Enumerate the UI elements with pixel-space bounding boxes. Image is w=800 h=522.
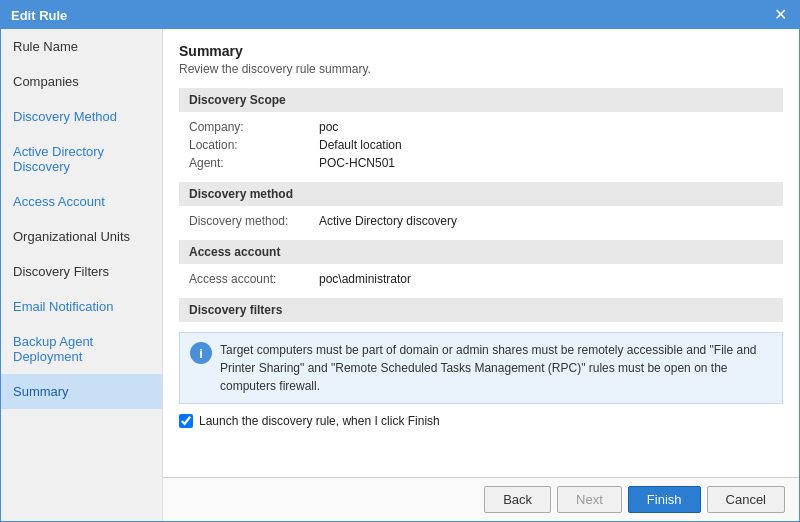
- dialog-title: Edit Rule: [11, 8, 67, 23]
- field-value-company: poc: [319, 120, 338, 134]
- field-label-agent: Agent:: [189, 156, 319, 170]
- field-label-discovery-method: Discovery method:: [189, 214, 319, 228]
- field-value-location: Default location: [319, 138, 402, 152]
- section-header-discovery-scope: Discovery Scope: [179, 88, 783, 112]
- close-button[interactable]: ✕: [772, 7, 789, 23]
- section-body-discovery-scope: Company: poc Location: Default location …: [179, 112, 783, 182]
- next-button[interactable]: Next: [557, 486, 622, 513]
- field-value-access-account: poc\administrator: [319, 272, 411, 286]
- field-label-company: Company:: [189, 120, 319, 134]
- launch-checkbox-row: Launch the discovery rule, when I click …: [179, 410, 783, 432]
- section-discovery-filters: Discovery filters: [179, 298, 783, 322]
- launch-checkbox[interactable]: [179, 414, 193, 428]
- section-discovery-scope: Discovery Scope Company: poc Location: D…: [179, 88, 783, 182]
- field-value-discovery-method: Active Directory discovery: [319, 214, 457, 228]
- section-body-discovery-method: Discovery method: Active Directory disco…: [179, 206, 783, 240]
- launch-checkbox-label[interactable]: Launch the discovery rule, when I click …: [199, 414, 440, 428]
- sidebar-item-email-notification[interactable]: Email Notification: [1, 289, 162, 324]
- sidebar-item-organizational-units[interactable]: Organizational Units: [1, 219, 162, 254]
- page-title: Summary: [179, 43, 783, 59]
- sidebar-item-discovery-method[interactable]: Discovery Method: [1, 99, 162, 134]
- dialog-footer: Back Next Finish Cancel: [163, 477, 799, 521]
- field-agent: Agent: POC-HCN501: [189, 156, 773, 170]
- section-header-access-account: Access account: [179, 240, 783, 264]
- sidebar-item-backup-agent-deployment[interactable]: Backup Agent Deployment: [1, 324, 162, 374]
- field-value-agent: POC-HCN501: [319, 156, 395, 170]
- section-header-discovery-filters: Discovery filters: [179, 298, 783, 322]
- section-access-account: Access account Access account: poc\admin…: [179, 240, 783, 298]
- main-content: Summary Review the discovery rule summar…: [163, 29, 799, 521]
- field-label-location: Location:: [189, 138, 319, 152]
- sidebar-item-active-directory-discovery[interactable]: Active Directory Discovery: [1, 134, 162, 184]
- field-location: Location: Default location: [189, 138, 773, 152]
- dialog-titlebar: Edit Rule ✕: [1, 1, 799, 29]
- sidebar-item-discovery-filters[interactable]: Discovery Filters: [1, 254, 162, 289]
- sidebar-item-rule-name[interactable]: Rule Name: [1, 29, 162, 64]
- finish-button[interactable]: Finish: [628, 486, 701, 513]
- field-discovery-method: Discovery method: Active Directory disco…: [189, 214, 773, 228]
- field-label-access-account: Access account:: [189, 272, 319, 286]
- section-body-access-account: Access account: poc\administrator: [179, 264, 783, 298]
- field-access-account: Access account: poc\administrator: [189, 272, 773, 286]
- section-discovery-method: Discovery method Discovery method: Activ…: [179, 182, 783, 240]
- field-company: Company: poc: [189, 120, 773, 134]
- edit-rule-dialog: Edit Rule ✕ Rule Name Companies Discover…: [0, 0, 800, 522]
- info-icon: i: [190, 342, 212, 364]
- content-area: Summary Review the discovery rule summar…: [163, 29, 799, 477]
- page-subtitle: Review the discovery rule summary.: [179, 62, 783, 76]
- info-text: Target computers must be part of domain …: [220, 341, 772, 395]
- cancel-button[interactable]: Cancel: [707, 486, 785, 513]
- sidebar-item-summary[interactable]: Summary: [1, 374, 162, 409]
- sidebar-item-companies[interactable]: Companies: [1, 64, 162, 99]
- back-button[interactable]: Back: [484, 486, 551, 513]
- dialog-body: Rule Name Companies Discovery Method Act…: [1, 29, 799, 521]
- sidebar-item-access-account[interactable]: Access Account: [1, 184, 162, 219]
- info-box: i Target computers must be part of domai…: [179, 332, 783, 404]
- section-header-discovery-method: Discovery method: [179, 182, 783, 206]
- sidebar: Rule Name Companies Discovery Method Act…: [1, 29, 163, 521]
